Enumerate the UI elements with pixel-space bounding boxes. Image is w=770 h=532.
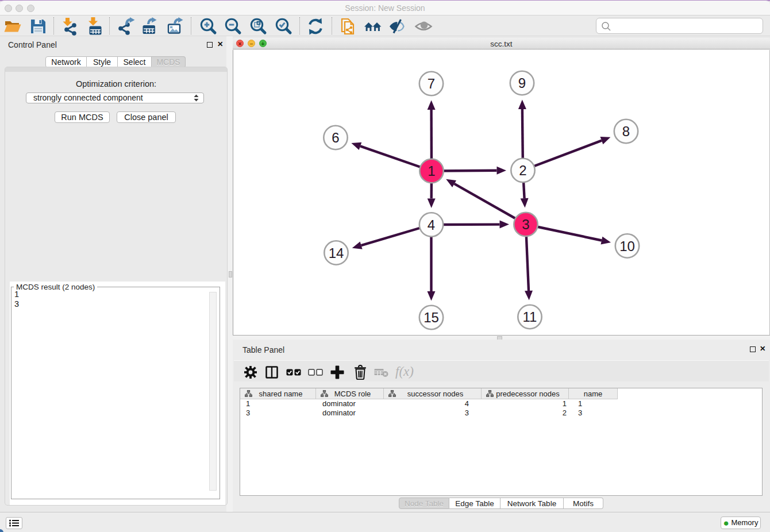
svg-text:11: 11 xyxy=(523,309,537,325)
svg-text:1: 1 xyxy=(428,163,435,179)
svg-text:2: 2 xyxy=(519,163,526,178)
svg-text:10: 10 xyxy=(619,238,635,254)
svg-text:8: 8 xyxy=(622,124,630,139)
svg-text:15: 15 xyxy=(424,310,439,325)
svg-text:7: 7 xyxy=(428,76,435,91)
svg-text:4: 4 xyxy=(428,217,435,233)
svg-text:14: 14 xyxy=(329,245,344,261)
svg-text:6: 6 xyxy=(332,130,339,145)
svg-text:9: 9 xyxy=(518,75,526,91)
svg-text:3: 3 xyxy=(522,217,529,232)
